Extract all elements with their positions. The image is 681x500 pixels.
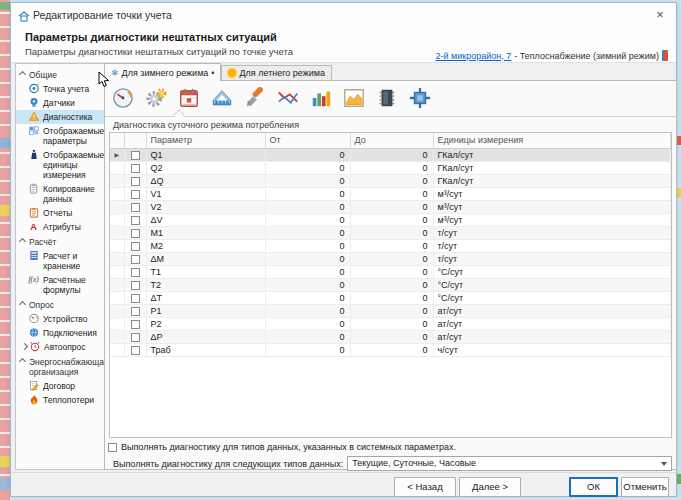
cell-unit[interactable]: ат/сут xyxy=(433,304,671,317)
system-types-checkbox[interactable] xyxy=(108,443,117,452)
metering-point-link[interactable]: 2-й микрорайон, 7 xyxy=(435,51,511,61)
cell-parameter[interactable]: М1 xyxy=(146,226,265,239)
cell-to[interactable]: 0 xyxy=(350,252,433,265)
cell-from[interactable]: 0 xyxy=(265,317,350,330)
cell-from[interactable]: 0 xyxy=(265,226,350,239)
cell-to[interactable]: 0 xyxy=(350,187,433,200)
cell-unit[interactable]: ГКал/сут xyxy=(433,148,671,161)
cell-unit[interactable]: м³/сут xyxy=(433,187,671,200)
row-checkbox[interactable] xyxy=(131,307,140,316)
cell-unit[interactable]: ч/сут xyxy=(433,343,671,356)
row-checkbox-cell[interactable] xyxy=(124,291,146,304)
tree-item-diagnostics[interactable]: Диагностика xyxy=(16,110,104,124)
header-parameter[interactable]: Параметр xyxy=(146,133,265,148)
cell-from[interactable]: 0 xyxy=(265,200,350,213)
cell-to[interactable]: 0 xyxy=(350,330,433,343)
cell-parameter[interactable]: V2 xyxy=(146,200,265,213)
bar-chart-section-icon[interactable] xyxy=(308,85,334,111)
cell-from[interactable]: 0 xyxy=(265,265,350,278)
tree-item-reports[interactable]: Отчеты xyxy=(16,206,104,220)
table-row[interactable]: ▶ Q1 0 0 ГКал/сут xyxy=(110,148,671,161)
row-checkbox[interactable] xyxy=(131,216,140,225)
row-checkbox[interactable] xyxy=(131,268,140,277)
table-row[interactable]: Р1 0 0 ат/сут xyxy=(110,304,671,317)
cell-unit[interactable]: °С/сут xyxy=(433,278,671,291)
cell-from[interactable]: 0 xyxy=(265,174,350,187)
back-button[interactable]: < Назад xyxy=(394,477,456,497)
table-row[interactable]: Т2 0 0 °С/сут xyxy=(110,278,671,291)
cancel-button[interactable]: Отменить xyxy=(621,477,669,497)
tree-item-formulas[interactable]: f(x) Расчётные формулы xyxy=(16,273,104,297)
row-checkbox[interactable] xyxy=(131,164,140,173)
row-checkbox[interactable] xyxy=(131,255,140,264)
row-checkbox[interactable] xyxy=(131,281,140,290)
tab-winter-mode[interactable]: ❄ Для зимнего режима • xyxy=(104,63,221,81)
cell-parameter[interactable]: ΔР xyxy=(146,330,265,343)
tree-item-device[interactable]: Устройство xyxy=(16,312,104,326)
cell-to[interactable]: 0 xyxy=(350,213,433,226)
cell-to[interactable]: 0 xyxy=(350,161,433,174)
cell-parameter[interactable]: Траб xyxy=(146,343,265,356)
cell-to[interactable]: 0 xyxy=(350,304,433,317)
row-checkbox-cell[interactable] xyxy=(124,161,146,174)
cell-parameter[interactable]: Т1 xyxy=(146,265,265,278)
tree-group-general[interactable]: Общие xyxy=(16,67,104,82)
row-checkbox[interactable] xyxy=(131,203,140,212)
cell-unit[interactable]: т/сут xyxy=(433,252,671,265)
row-checkbox[interactable] xyxy=(131,333,140,342)
data-types-combobox[interactable]: Текущие, Суточные, Часовые xyxy=(347,456,672,471)
tree-item-heat-loss[interactable]: Теплопотери xyxy=(16,393,104,407)
cell-parameter[interactable]: М2 xyxy=(146,239,265,252)
row-checkbox[interactable] xyxy=(131,229,140,238)
screwdriver-section-icon[interactable] xyxy=(242,85,268,111)
cell-from[interactable]: 0 xyxy=(265,213,350,226)
row-checkbox-cell[interactable] xyxy=(124,265,146,278)
row-checkbox[interactable] xyxy=(131,320,140,329)
row-checkbox[interactable] xyxy=(131,242,140,251)
tree-item-connections[interactable]: Подключения xyxy=(16,326,104,340)
row-checkbox-cell[interactable] xyxy=(124,200,146,213)
cell-from[interactable]: 0 xyxy=(265,239,350,252)
ruler-section-icon[interactable] xyxy=(209,85,235,111)
tree-item-sensors[interactable]: Датчики xyxy=(16,96,104,110)
cell-from[interactable]: 0 xyxy=(265,278,350,291)
cell-unit[interactable]: м³/сут xyxy=(433,200,671,213)
row-checkbox-cell[interactable] xyxy=(124,330,146,343)
cell-to[interactable]: 0 xyxy=(350,174,433,187)
cell-unit[interactable]: °С/сут xyxy=(433,291,671,304)
cell-to[interactable]: 0 xyxy=(350,239,433,252)
table-row[interactable]: ΔМ 0 0 т/сут xyxy=(110,252,671,265)
cell-from[interactable]: 0 xyxy=(265,343,350,356)
cell-from[interactable]: 0 xyxy=(265,330,350,343)
cell-from[interactable]: 0 xyxy=(265,187,350,200)
cell-parameter[interactable]: ΔQ xyxy=(146,174,265,187)
daily-calendar-section-icon[interactable] xyxy=(176,85,202,111)
cell-to[interactable]: 0 xyxy=(350,148,433,161)
tree-item-contract[interactable]: Договор xyxy=(16,379,104,393)
table-row[interactable]: Т1 0 0 °С/сут xyxy=(110,265,671,278)
header-to[interactable]: До xyxy=(350,133,433,148)
gears-section-icon[interactable] xyxy=(143,85,169,111)
lines-chart-section-icon[interactable] xyxy=(275,85,301,111)
row-checkbox-cell[interactable] xyxy=(124,278,146,291)
cell-parameter[interactable]: ΔV xyxy=(146,213,265,226)
table-row[interactable]: ΔQ 0 0 ГКал/сут xyxy=(110,174,671,187)
row-checkbox-cell[interactable] xyxy=(124,187,146,200)
row-checkbox-cell[interactable] xyxy=(124,317,146,330)
row-checkbox[interactable] xyxy=(131,151,140,160)
cell-unit[interactable]: т/сут xyxy=(433,226,671,239)
tree-item-attributes[interactable]: A Атрибуты xyxy=(16,220,104,234)
next-button[interactable]: Далее > xyxy=(459,477,521,497)
tree-group-calculation[interactable]: Расчёт xyxy=(16,234,104,249)
row-checkbox-cell[interactable] xyxy=(124,174,146,187)
cell-to[interactable]: 0 xyxy=(350,265,433,278)
cell-unit[interactable]: м³/сут xyxy=(433,213,671,226)
cell-to[interactable]: 0 xyxy=(350,226,433,239)
cell-to[interactable]: 0 xyxy=(350,343,433,356)
cell-parameter[interactable]: ΔМ xyxy=(146,252,265,265)
cell-parameter[interactable]: ΔТ xyxy=(146,291,265,304)
row-checkbox-cell[interactable] xyxy=(124,343,146,356)
chip-crosshair-section-icon[interactable] xyxy=(407,85,433,111)
cell-parameter[interactable]: Р1 xyxy=(146,304,265,317)
row-checkbox[interactable] xyxy=(131,346,140,355)
